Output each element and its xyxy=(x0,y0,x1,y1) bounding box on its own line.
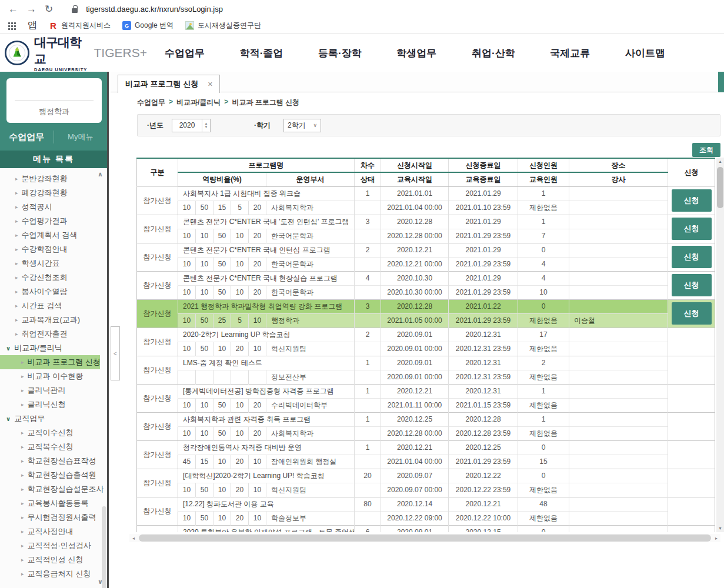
url-bar[interactable]: tigersstd.daegu.ac.kr/nxrun/ssoLogin.jsp xyxy=(86,5,223,14)
cell-dept: 사회복지학과 xyxy=(266,426,355,440)
sidebar-item[interactable]: ▸학교현장실습설문조사 xyxy=(0,482,107,496)
sidebar-item[interactable]: ▸교직복수신청 xyxy=(0,440,107,454)
semester-select[interactable]: 2학기 ∨ xyxy=(283,119,321,132)
cell-category: 참가신청 xyxy=(137,271,178,299)
scroll-left-icon[interactable]: ◂ xyxy=(129,536,138,541)
sidebar-collapse-handle[interactable]: < xyxy=(111,326,120,380)
apply-button[interactable]: 신청 xyxy=(672,302,712,325)
chevron-down-icon: ∨ xyxy=(313,122,317,128)
reload-icon[interactable]: ↻ xyxy=(45,4,53,14)
cell-apply xyxy=(668,525,715,532)
cell-apply-start: 2020.12.21 xyxy=(381,243,449,257)
bookmark-remote[interactable]: R원격지원서비스 xyxy=(49,21,111,31)
cell-dept: 한국어문학과 xyxy=(266,257,355,271)
tab-noncurricular-apply[interactable]: 비교과 프로그램 신청 × xyxy=(118,75,220,93)
cell-dept: 장애인위원회 행정실 xyxy=(266,455,355,469)
table-row: 참가신청2021 행정학과 학과밀착형 취업역량 강화 프로그램32020.12… xyxy=(137,299,715,313)
menu-scrollbar-thumb[interactable] xyxy=(102,506,106,588)
menu-scroll-up-icon[interactable]: ∧ xyxy=(98,171,103,178)
breadcrumb-segment: 비교과 프로그램 신청 xyxy=(232,98,299,108)
cell-ratio: 10 xyxy=(213,511,231,525)
bookmark-translate[interactable]: GGoogle 번역 xyxy=(122,21,174,31)
sidebar-item[interactable]: ▸클리닉관리 xyxy=(0,383,107,397)
tab-course-work[interactable]: 수업업무 xyxy=(0,132,54,143)
cell-instructor xyxy=(569,511,668,525)
nav-item[interactable]: 국제교류 xyxy=(550,46,590,60)
sidebar-item[interactable]: ▸학교현장실습출석원 xyxy=(0,468,107,482)
bookmark-lab[interactable]: 도시재생실증연구단 xyxy=(185,21,261,31)
table-vertical-scrollbar[interactable]: ▴ ▾ xyxy=(716,158,724,532)
sidebar-item-label: 분반강좌현황 xyxy=(22,173,68,184)
nav-item[interactable]: 사이트맵 xyxy=(625,46,665,60)
sidebar-item[interactable]: ▸수업평가결과 xyxy=(0,214,107,228)
vscroll-thumb[interactable] xyxy=(717,167,723,208)
sidebar-item[interactable]: ▸분반강좌현황 xyxy=(0,172,107,186)
table-row-detail: 1010501020한국어문학과2020.10.30 00:002021.01.… xyxy=(137,285,715,299)
cell-ratio: 15 xyxy=(196,455,213,469)
sidebar-item[interactable]: ▸봉사이수열람 xyxy=(0,285,107,299)
hscroll-thumb[interactable] xyxy=(139,534,711,542)
year-value: 2020 xyxy=(172,121,202,129)
tab-my-menu[interactable]: My메뉴 xyxy=(54,132,108,142)
sidebar-item[interactable]: ▸학교현장실습표작성 xyxy=(0,454,107,468)
sidebar-item[interactable]: ∨비교과/클리닉 xyxy=(0,341,107,355)
sidebar-item[interactable]: ▸교직적인성 신청 xyxy=(0,553,107,567)
sidebar-item[interactable]: ▸학생시간표 xyxy=(0,256,107,270)
cell-ratio: 20 xyxy=(249,229,266,243)
tab-close-icon[interactable]: × xyxy=(208,79,212,89)
sidebar-item[interactable]: ▸성적공시 xyxy=(0,200,107,214)
nav-item[interactable]: 수업업무 xyxy=(165,46,205,60)
search-button[interactable]: 조회 xyxy=(692,143,720,157)
sidebar-item[interactable]: ▸무시험검정원서출력 xyxy=(0,510,107,524)
sidebar-item[interactable]: ▸교과목개요(교과) xyxy=(0,313,107,327)
table-horizontal-scrollbar[interactable]: ◂ ▸ xyxy=(129,534,720,542)
cell-status xyxy=(355,511,381,525)
sidebar-item[interactable]: ▸수강학점안내 xyxy=(0,242,107,256)
scroll-down-icon[interactable]: ▾ xyxy=(716,524,724,532)
nav-item[interactable]: 등록·장학 xyxy=(318,46,362,60)
sidebar-item[interactable]: ▸수업계획서 검색 xyxy=(0,228,107,242)
sidebar-item[interactable]: ▸클리닉신청 xyxy=(0,397,107,412)
sidebar-item[interactable]: ▸비교과 이수현황 xyxy=(0,369,107,383)
cell-edu-count: 제한없음 xyxy=(518,398,569,412)
sidebar-item[interactable]: ▸취업전자출결 xyxy=(0,327,107,341)
apply-button[interactable]: 신청 xyxy=(672,189,712,212)
cell-ratio: 15 xyxy=(213,201,231,215)
sidebar-item[interactable]: ▸교직사정안내 xyxy=(0,524,107,539)
apps-grid-icon[interactable] xyxy=(7,21,16,30)
scroll-up-icon[interactable]: ▴ xyxy=(716,158,724,165)
bookmark-label[interactable]: 앱 xyxy=(28,19,37,32)
cell-ratio: 10 xyxy=(213,455,231,469)
cell-category: 참가신청 xyxy=(137,356,178,384)
forward-icon[interactable]: → xyxy=(26,4,36,14)
column-header: 교육인원 xyxy=(518,172,569,186)
cell-edu-end: 2020.12.22 10:00 xyxy=(449,511,518,525)
sidebar-item[interactable]: ▸교직이수신청 xyxy=(0,426,107,440)
sidebar-item[interactable]: ▸폐강강좌현황 xyxy=(0,186,107,200)
back-icon[interactable]: ← xyxy=(8,4,18,14)
sidebar-item[interactable]: ▸교육봉사활동등록 xyxy=(0,496,107,510)
stepper-arrows-icon[interactable]: ▲▼ xyxy=(202,119,210,132)
apply-button[interactable]: 신청 xyxy=(672,246,712,268)
nav-item[interactable]: 학생업무 xyxy=(396,46,436,60)
university-logo[interactable]: 대구대학교 DAEGU UNIVERSITY TIGERS+ xyxy=(0,34,147,72)
arrow-right-icon: ▸ xyxy=(15,317,18,323)
nav-item[interactable]: 학적·졸업 xyxy=(240,46,283,60)
cell-apply-end: 2020.12.31 xyxy=(449,384,518,398)
arrow-right-icon: ▸ xyxy=(15,204,18,210)
cell-edu-start: 2020.12.28 00:00 xyxy=(381,426,449,440)
year-stepper[interactable]: 2020 ▲▼ xyxy=(172,119,211,132)
cell-edu-count: 제한없음 xyxy=(518,511,569,525)
sidebar-item[interactable]: ▸교직적성·인성검사 xyxy=(0,539,107,553)
sidebar-item[interactable]: ▸비교과 프로그램 신청 xyxy=(0,355,100,369)
cell-ratio: 10 xyxy=(231,257,249,271)
sidebar-item[interactable]: ▸시간표 검색 xyxy=(0,299,107,313)
scroll-right-icon[interactable]: ▸ xyxy=(712,536,720,541)
apply-button[interactable]: 신청 xyxy=(672,274,712,296)
sidebar-item[interactable]: ∨교직업무 xyxy=(0,412,107,426)
cell-instructor xyxy=(569,229,668,243)
apply-button[interactable]: 신청 xyxy=(672,218,712,240)
sidebar-item[interactable]: ▸교직응급처지 신청 xyxy=(0,567,107,581)
sidebar-item[interactable]: ▸수강신청조회 xyxy=(0,270,107,285)
nav-item[interactable]: 취업·산학 xyxy=(472,46,515,60)
